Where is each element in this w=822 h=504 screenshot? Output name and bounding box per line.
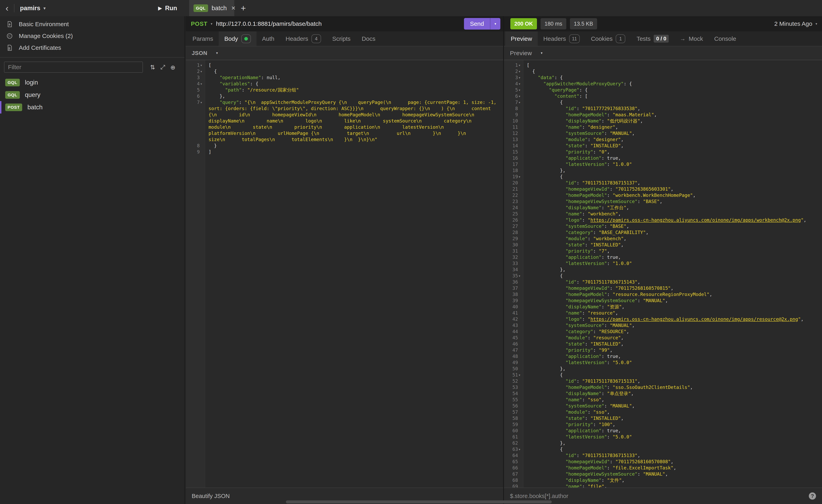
sidebar-item-cookies[interactable]: Manage Cookies (2) <box>0 30 184 42</box>
fold-caret-icon <box>518 409 523 415</box>
tab-cookies[interactable]: Cookies 1 <box>585 31 631 46</box>
fold-caret-icon <box>518 143 523 149</box>
fold-caret-icon <box>518 261 523 267</box>
method-selector[interactable]: POST <box>191 21 208 27</box>
active-indicator <box>0 101 1 113</box>
fold-caret-icon <box>518 180 523 186</box>
fold-caret-icon <box>518 452 523 459</box>
horizontal-scrollbar-thumb[interactable] <box>286 500 552 503</box>
send-label: Send <box>470 20 484 27</box>
app-window: ‹ pamirs ▾ ▶ Run GQL batch ✕ + <box>0 0 822 504</box>
request-body-editor[interactable]: 1▾[2▾ {3 "operationName": null,4▾ "varia… <box>186 60 503 488</box>
request-tabs: Params Body Auth Headers 4 Scripts Docs <box>186 31 503 46</box>
fold-caret-icon[interactable]: ▾ <box>518 174 523 180</box>
code-line: 34 }, <box>504 267 822 273</box>
fold-caret-icon <box>200 87 205 93</box>
workspace-selector[interactable]: pamirs ▾ <box>20 5 46 12</box>
json-path-filter-input[interactable] <box>510 493 809 499</box>
fold-caret-icon[interactable]: ▾ <box>518 372 523 378</box>
tab-tests[interactable]: Tests 0 / 0 <box>631 31 674 46</box>
tab-auth[interactable]: Auth <box>257 31 280 46</box>
environment-file-icon <box>6 21 13 27</box>
cookies-count-badge: 1 <box>616 34 625 43</box>
url-bar: POST ▾ Send ▾ <box>186 16 503 31</box>
beautify-json-button[interactable]: Beautify JSON <box>192 493 230 499</box>
fold-caret-icon <box>518 304 523 310</box>
tab-response-headers[interactable]: Headers 11 <box>538 31 585 46</box>
code-line: 5 "path": "/resource/国家分组" <box>186 87 503 93</box>
fold-caret-icon <box>518 279 523 285</box>
code-line: 22 "homePageModel": "workbench.WorkBench… <box>504 192 822 198</box>
sidebar-item-environment[interactable]: Basic Environment <box>0 18 184 30</box>
back-chevron-icon: ‹ <box>6 3 9 13</box>
fold-caret-icon[interactable]: ▾ <box>518 74 523 81</box>
filter-input[interactable] <box>4 62 143 73</box>
fold-caret-icon <box>518 471 523 477</box>
code-line: 60 "application": true, <box>504 428 822 434</box>
fold-caret-icon <box>518 415 523 422</box>
response-history-dropdown[interactable]: 2 Minutes Ago ▾ <box>774 20 817 27</box>
code-line: 42 "logo": "https://pamirs.oss-cn-hangzh… <box>504 316 822 322</box>
request-item-batch[interactable]: POST batch <box>0 101 184 113</box>
fold-caret-icon[interactable]: ▾ <box>518 446 523 452</box>
fold-caret-icon <box>518 316 523 322</box>
code-line: 25 "name": "workbench", <box>504 211 822 217</box>
code-line: 38 "homePageModel": "resource.ResourceRe… <box>504 292 822 298</box>
run-label: Run <box>165 5 177 12</box>
code-line: 2▾ { <box>504 68 822 74</box>
fold-caret-icon <box>518 459 523 465</box>
tab-params[interactable]: Params <box>187 31 219 46</box>
body-type-selector[interactable]: JSON <box>192 50 207 56</box>
body-dot-icon <box>244 37 248 41</box>
new-tab-button[interactable]: + <box>234 0 252 16</box>
request-item-login[interactable]: GQL login <box>0 76 184 89</box>
fold-caret-icon[interactable]: ▾ <box>200 68 205 74</box>
url-input[interactable] <box>216 20 464 27</box>
fold-caret-icon[interactable]: ▾ <box>200 81 205 87</box>
request-tab-batch[interactable]: GQL batch ✕ <box>189 0 234 16</box>
fold-caret-icon[interactable]: ▾ <box>518 81 523 87</box>
tab-preview[interactable]: Preview <box>505 31 538 46</box>
caret-down-icon: ▾ <box>494 22 496 26</box>
fold-caret-icon[interactable]: ▾ <box>200 62 205 68</box>
sidebar-item-certificates[interactable]: Add Certificates <box>0 42 184 54</box>
request-item-query[interactable]: GQL query <box>0 89 184 101</box>
code-line: 62 }, <box>504 440 822 446</box>
run-button[interactable]: ▶ Run <box>158 5 177 12</box>
tab-body[interactable]: Body <box>219 31 256 46</box>
fold-caret-icon <box>518 186 523 192</box>
add-request-button[interactable]: ⊕ <box>170 63 175 71</box>
fold-caret-icon[interactable]: ▾ <box>518 99 523 105</box>
help-button[interactable]: ? <box>809 492 816 500</box>
fold-caret-icon[interactable]: ▾ <box>518 87 523 93</box>
code-line: 16 "application": true, <box>504 155 822 161</box>
code-line: 46 "state": "INSTALLED", <box>504 341 822 347</box>
tab-docs[interactable]: Docs <box>356 31 381 46</box>
code-line: 55 "name": "sso", <box>504 397 822 403</box>
fold-caret-icon[interactable]: ▾ <box>518 68 523 74</box>
tab-headers[interactable]: Headers 4 <box>280 31 327 46</box>
code-line: 14 "state": "INSTALLED", <box>504 143 822 149</box>
fold-caret-icon <box>518 322 523 329</box>
back-button[interactable]: ‹ <box>0 3 14 13</box>
fold-caret-icon[interactable]: ▾ <box>200 99 205 143</box>
fold-caret-icon[interactable]: ▾ <box>518 93 523 99</box>
response-preview-editor[interactable]: 1▾[2▾ {3▾ "data": {4▾ "appSwitcherModule… <box>504 60 822 488</box>
sort-icon: ⇅ <box>150 64 155 70</box>
fold-caret-icon[interactable]: ▾ <box>518 273 523 279</box>
send-button[interactable]: Send <box>464 18 490 30</box>
fold-caret-icon <box>518 242 523 248</box>
status-badge: 200 OK <box>510 18 537 29</box>
preview-mode-selector[interactable]: Preview <box>510 50 532 57</box>
send-options-button[interactable]: ▾ <box>490 18 500 30</box>
fold-caret-icon[interactable]: ▾ <box>518 62 523 68</box>
sort-button[interactable]: ⇅ <box>150 64 155 71</box>
expand-all-button[interactable]: ⤢ <box>160 64 165 71</box>
code-line: 39 "homepageViewSystemSource": "MANUAL", <box>504 298 822 304</box>
response-tabs: Preview Headers 11 Cookies 1 Tests 0 / 0… <box>504 31 822 46</box>
code-line: 29 "module": "workbench", <box>504 235 822 242</box>
tab-scripts[interactable]: Scripts <box>327 31 356 46</box>
tab-console[interactable]: Console <box>709 31 742 46</box>
code-line: 13 "module": "designer", <box>504 136 822 143</box>
tab-mock[interactable]: → Mock <box>674 31 709 46</box>
